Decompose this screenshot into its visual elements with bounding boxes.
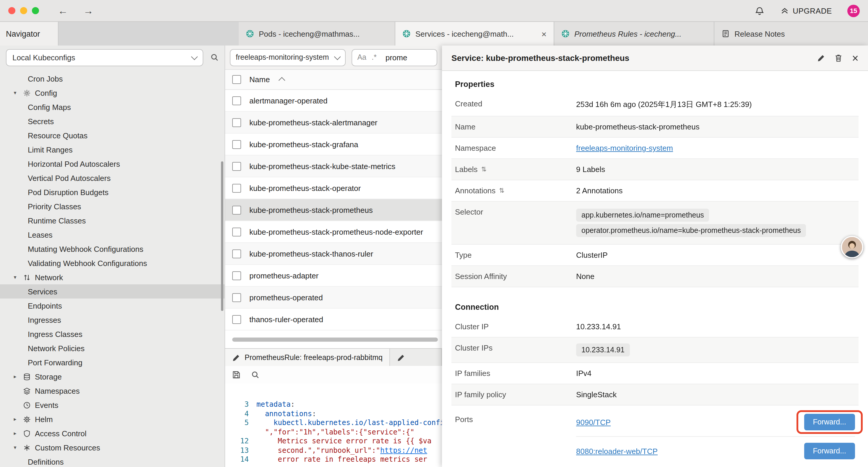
row-checkbox[interactable] bbox=[232, 205, 241, 214]
chevron-down-icon[interactable]: ▾ bbox=[12, 444, 18, 450]
back-icon[interactable]: ← bbox=[58, 6, 68, 16]
save-icon[interactable] bbox=[232, 371, 241, 379]
yaml-editor[interactable]: 3metadata:4 annotations:5 kubectl.kubern… bbox=[225, 384, 442, 467]
table-row-kube-prometheus-stack-prometheus[interactable]: kube-prometheus-stack-prometheus-node-ex… bbox=[225, 221, 442, 243]
chevron-down-icon[interactable]: ▾ bbox=[12, 90, 18, 96]
table-row-kube-prometheus-stack-operator[interactable]: kube-prometheus-stack-operator bbox=[225, 177, 442, 199]
sidebar-item-custom-resources[interactable]: ▾Custom Resources bbox=[0, 440, 224, 455]
expand-labels-icon[interactable]: ⇅ bbox=[481, 166, 487, 173]
close-icon[interactable]: × bbox=[852, 52, 859, 63]
row-checkbox[interactable] bbox=[232, 140, 241, 149]
sidebar-item-mutating-webhook-configurations[interactable]: Mutating Webhook Configurations bbox=[0, 242, 224, 256]
sidebar-item-runtime-classes[interactable]: Runtime Classes bbox=[0, 213, 224, 228]
tab-pods-icecheng-mathmas[interactable]: Pods - icecheng@mathmas... bbox=[239, 22, 395, 46]
edit-pencil-icon[interactable] bbox=[817, 54, 825, 62]
zoom-window-button[interactable] bbox=[32, 7, 39, 14]
dock-tab-next[interactable] bbox=[390, 349, 442, 367]
sidebar-item-storage[interactable]: ▸Storage bbox=[0, 370, 224, 384]
table-row-kube-prometheus-stack-prometheus[interactable]: kube-prometheus-stack-prometheus bbox=[225, 199, 442, 221]
search-input[interactable]: Aa .* prome bbox=[351, 49, 437, 66]
sidebar-item-namespaces[interactable]: Namespaces bbox=[0, 384, 224, 398]
namespace-dropdown[interactable]: freeleaps-monitoring-system bbox=[230, 49, 345, 66]
table-row-prometheus-operated[interactable]: prometheus-operated bbox=[225, 287, 442, 309]
chevron-right-icon[interactable]: ▸ bbox=[12, 416, 18, 422]
avatar[interactable] bbox=[841, 236, 863, 258]
sidebar-item-limit-ranges[interactable]: Limit Ranges bbox=[0, 143, 224, 157]
table-row-kube-prometheus-stack-thanos-rul[interactable]: kube-prometheus-stack-thanos-ruler bbox=[225, 243, 442, 265]
sidebar-item-endpoints[interactable]: Endpoints bbox=[0, 298, 224, 313]
match-case-toggle[interactable]: Aa bbox=[357, 53, 366, 61]
select-all-checkbox[interactable] bbox=[232, 75, 241, 84]
name-column-header[interactable]: Name bbox=[249, 75, 270, 84]
labels-value[interactable]: 9 Labels bbox=[576, 165, 855, 174]
search-icon[interactable] bbox=[210, 53, 219, 61]
forward-button[interactable]: Forward... bbox=[804, 443, 855, 459]
close-window-button[interactable] bbox=[8, 7, 16, 14]
dock-tab-prometheusrule[interactable]: PrometheusRule: freeleaps-prod-rabbitmq bbox=[225, 349, 390, 367]
horizontal-scrollbar[interactable] bbox=[232, 338, 438, 342]
navigator-panel-tab[interactable]: Navigator bbox=[0, 22, 59, 46]
sidebar-item-config-maps[interactable]: Config Maps bbox=[0, 100, 224, 114]
close-tab-icon[interactable]: × bbox=[538, 29, 547, 39]
sidebar-item-secrets[interactable]: Secrets bbox=[0, 114, 224, 128]
notifications-bell-icon[interactable] bbox=[754, 6, 764, 16]
sidebar-item-config[interactable]: ▾Config bbox=[0, 86, 224, 100]
table-row-kube-prometheus-stack-kube-state[interactable]: kube-prometheus-stack-kube-state-metrics bbox=[225, 155, 442, 177]
table-row-prometheus-adapter[interactable]: prometheus-adapter bbox=[225, 265, 442, 287]
sidebar-item-pod-disruption-budgets[interactable]: Pod Disruption Budgets bbox=[0, 185, 224, 199]
sidebar-scrollbar[interactable] bbox=[221, 162, 223, 311]
chevron-right-icon[interactable]: ▸ bbox=[12, 374, 18, 380]
sort-ascending-icon[interactable] bbox=[278, 77, 285, 84]
sidebar-item-ingresses[interactable]: Ingresses bbox=[0, 313, 224, 327]
row-checkbox[interactable] bbox=[232, 271, 241, 280]
table-row-kube-prometheus-stack-alertmanag[interactable]: kube-prometheus-stack-alertmanager bbox=[225, 112, 442, 134]
sidebar-item-leases[interactable]: Leases bbox=[0, 228, 224, 242]
namespace-link[interactable]: freeleaps-monitoring-system bbox=[576, 144, 673, 152]
upgrade-button[interactable]: UPGRADE bbox=[780, 6, 832, 16]
row-checkbox[interactable] bbox=[232, 96, 241, 105]
row-checkbox[interactable] bbox=[232, 315, 241, 324]
tab-services-icecheng-math[interactable]: Services - icecheng@math...× bbox=[395, 22, 554, 46]
regex-toggle[interactable]: .* bbox=[372, 53, 377, 61]
sidebar-item-priority-classes[interactable]: Priority Classes bbox=[0, 199, 224, 213]
port-link[interactable]: 9090/TCP bbox=[576, 418, 611, 427]
annotations-value[interactable]: 2 Annotations bbox=[576, 186, 855, 195]
sidebar-item-network-policies[interactable]: Network Policies bbox=[0, 341, 224, 355]
sidebar-item-validating-webhook-configuration[interactable]: Validating Webhook Configurations bbox=[0, 256, 224, 270]
sidebar-item-helm[interactable]: ▸Helm bbox=[0, 412, 224, 426]
forward-icon[interactable]: → bbox=[83, 6, 93, 16]
sidebar-item-port-forwarding[interactable]: Port Forwarding bbox=[0, 355, 224, 370]
expand-annotations-icon[interactable]: ⇅ bbox=[499, 187, 504, 195]
sidebar-item-resource-quotas[interactable]: Resource Quotas bbox=[0, 128, 224, 143]
row-checkbox[interactable] bbox=[232, 293, 241, 302]
sidebar-item-vertical-pod-autoscalers[interactable]: Vertical Pod Autoscalers bbox=[0, 171, 224, 185]
sidebar-item-network[interactable]: ▾Network bbox=[0, 270, 224, 284]
port-link[interactable]: 8080:reloader-web/TCP bbox=[576, 447, 658, 456]
kubeconfig-dropdown[interactable]: Local Kubeconfigs bbox=[6, 49, 203, 66]
sidebar-item-cron-jobs[interactable]: Cron Jobs bbox=[0, 71, 224, 86]
sidebar-item-services[interactable]: Services bbox=[0, 284, 224, 298]
sidebar-item-events[interactable]: Events bbox=[0, 398, 224, 412]
forward-button[interactable]: Forward... bbox=[804, 414, 855, 430]
row-checkbox[interactable] bbox=[232, 249, 241, 258]
sidebar-item-access-control[interactable]: ▸Access Control bbox=[0, 426, 224, 440]
table-row-alertmanager-operated[interactable]: alertmanager-operated bbox=[225, 90, 442, 112]
row-checkbox[interactable] bbox=[232, 227, 241, 236]
row-checkbox[interactable] bbox=[232, 183, 241, 193]
search-icon[interactable] bbox=[251, 371, 259, 379]
sidebar-item-definitions[interactable]: Definitions bbox=[0, 455, 224, 467]
delete-trash-icon[interactable] bbox=[834, 54, 843, 62]
chevron-down-icon[interactable]: ▾ bbox=[12, 274, 18, 280]
notification-count-badge[interactable]: 15 bbox=[847, 4, 860, 17]
row-checkbox[interactable] bbox=[232, 118, 241, 127]
labels-label: Labels bbox=[455, 165, 478, 174]
tab-release-notes[interactable]: Release Notes bbox=[714, 22, 868, 46]
chevron-right-icon[interactable]: ▸ bbox=[12, 430, 18, 436]
sidebar-item-ingress-classes[interactable]: Ingress Classes bbox=[0, 327, 224, 341]
table-row-thanos-ruler-operated[interactable]: thanos-ruler-operated bbox=[225, 309, 442, 330]
row-checkbox[interactable] bbox=[232, 162, 241, 171]
minimize-window-button[interactable] bbox=[20, 7, 27, 14]
tab-prometheus-rules-icecheng[interactable]: Prometheus Rules - icecheng... bbox=[554, 22, 714, 46]
sidebar-item-horizontal-pod-autoscalers[interactable]: Horizontal Pod Autoscalers bbox=[0, 157, 224, 171]
table-row-kube-prometheus-stack-grafana[interactable]: kube-prometheus-stack-grafana bbox=[225, 134, 442, 155]
